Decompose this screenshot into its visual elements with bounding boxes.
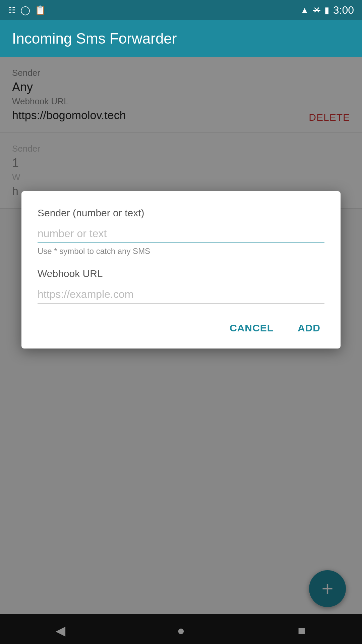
status-bar-left-icons: ☷ ◯ 📋 <box>8 5 46 15</box>
add-button[interactable]: ADD <box>294 320 324 336</box>
dialog-sender-label: Sender (number or text) <box>38 207 324 219</box>
no-signal-icon: ✕ <box>313 5 320 15</box>
wifi-icon: ▲ <box>300 5 309 15</box>
cancel-button[interactable]: CANCEL <box>226 320 278 336</box>
dialog-overlay <box>0 57 362 644</box>
time-display: 3:00 <box>333 4 354 16</box>
dialog-webhook-label: Webhook URL <box>38 268 324 279</box>
status-bar: ☷ ◯ 📋 ▲ ✕ ▮ 3:00 <box>0 0 362 20</box>
app-bar: Incoming Sms Forwarder <box>0 20 362 57</box>
message-icon: ☷ <box>8 5 16 15</box>
battery-icon: ▮ <box>324 5 329 15</box>
status-bar-right-icons: ▲ ✕ ▮ 3:00 <box>300 4 354 16</box>
sender-input[interactable] <box>38 225 324 243</box>
clipboard-icon: 📋 <box>35 5 46 15</box>
sender-input-wrapper <box>38 225 324 243</box>
circle-icon: ◯ <box>20 5 30 15</box>
add-rule-dialog: Sender (number or text) Use * symbol to … <box>21 191 341 348</box>
dialog-actions: CANCEL ADD <box>38 320 324 336</box>
app-title: Incoming Sms Forwarder <box>12 30 177 47</box>
webhook-url-input[interactable] <box>38 285 324 304</box>
main-content: Sender Any Webhook URL https://bogomolov… <box>0 57 362 644</box>
sender-hint: Use * symbol to catch any SMS <box>38 247 324 256</box>
